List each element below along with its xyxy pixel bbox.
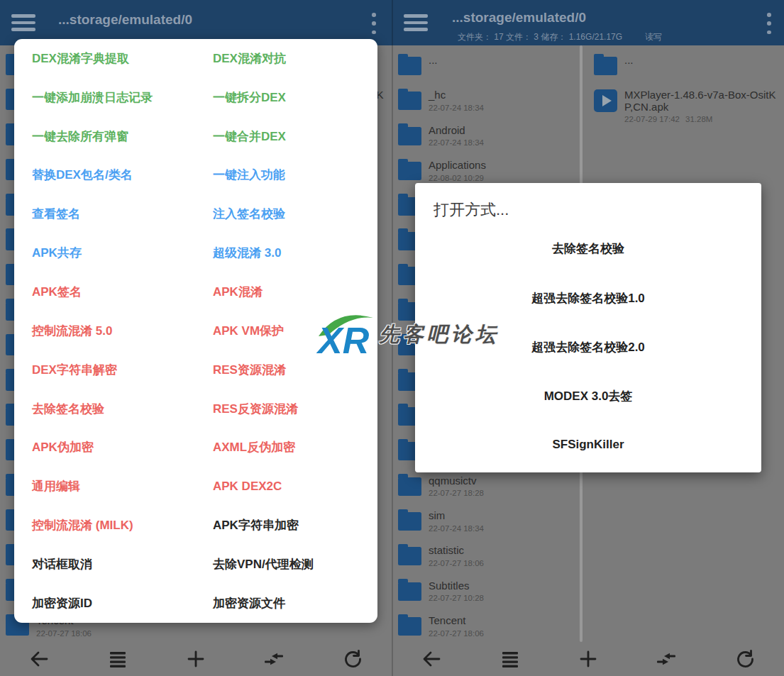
dialog-title: 打开方式... bbox=[434, 199, 509, 221]
right-window-toolbar bbox=[392, 642, 784, 676]
refresh-button[interactable] bbox=[733, 647, 757, 671]
menu-item[interactable]: RES反资源混淆 bbox=[213, 401, 377, 417]
jump-button[interactable] bbox=[654, 647, 678, 671]
overflow-menu-icon[interactable] bbox=[764, 13, 774, 34]
folder-icon bbox=[398, 162, 421, 180]
file-date: 22-07-27 18:06 bbox=[429, 559, 490, 567]
folder-icon bbox=[398, 127, 421, 145]
menu-item[interactable]: 一键去除所有弹窗 bbox=[32, 128, 213, 145]
file-row[interactable]: MXPlayer-1.48.6-v7a-Box-OsitKP,CN.apk 22… bbox=[588, 84, 784, 119]
folder-row[interactable]: Tencent 22-07-27 18:06 bbox=[392, 610, 580, 642]
file-date: 22-07-27 18:06 bbox=[36, 629, 97, 638]
menu-item[interactable]: APK伪加密 bbox=[32, 439, 213, 455]
dir-stats: 文件夹： 17 文件： 3 储存： 1.16G/21.17G读写 bbox=[458, 31, 662, 43]
menu-item[interactable]: 去除VPN/代理检测 bbox=[213, 556, 377, 572]
open-with-dialog: 打开方式... 去除签名校验 超强去除签名校验1.0 超强去除签名校验2.0 M… bbox=[415, 183, 761, 472]
path-title[interactable]: ...storage/emulated/0 bbox=[58, 12, 192, 28]
folder-icon bbox=[398, 57, 421, 75]
file-name: qqmusictv bbox=[429, 475, 490, 487]
menu-item[interactable]: 控制流混淆 (MILK) bbox=[32, 517, 213, 533]
file-date: 22-08-02 10:29 bbox=[429, 174, 490, 182]
file-date: 22-07-24 18:34 bbox=[429, 138, 490, 147]
menu-item[interactable]: APK VM保护 bbox=[213, 323, 377, 339]
menu-item[interactable]: 加密资源ID bbox=[32, 595, 213, 611]
rw-mode-badge: 读写 bbox=[645, 32, 662, 42]
menu-item[interactable]: 加密资源文件 bbox=[213, 595, 377, 611]
menu-item[interactable]: 一键合并DEX bbox=[213, 128, 377, 145]
menu-item[interactable]: 查看签名 bbox=[32, 206, 213, 222]
file-name: Subtitles bbox=[429, 580, 490, 592]
overflow-menu-icon[interactable] bbox=[369, 13, 379, 34]
apk-tools-popup-menu: DEX混淆字典提取 DEX混淆对抗 一键添加崩溃日志记录 一键拆分DEX 一键去… bbox=[14, 39, 377, 623]
open-with-option[interactable]: SFSignKiller bbox=[415, 438, 761, 452]
menu-hamburger-icon[interactable] bbox=[404, 14, 428, 31]
file-name: Android bbox=[429, 125, 490, 137]
menu-hamburger-icon[interactable] bbox=[11, 14, 35, 31]
path-title[interactable]: ...storage/emulated/0 bbox=[452, 10, 586, 26]
menu-item[interactable]: 通用编辑 bbox=[32, 478, 213, 494]
menu-item[interactable]: APK DEX2C bbox=[213, 480, 377, 494]
back-button[interactable] bbox=[419, 647, 443, 671]
file-date: 22-07-24 18:34 bbox=[429, 104, 490, 112]
folder-row[interactable]: Android 22-07-24 18:34 bbox=[392, 120, 580, 155]
open-with-option[interactable]: 去除签名校验 bbox=[415, 240, 761, 257]
folder-row[interactable]: Subtitles 22-07-27 10:28 bbox=[392, 575, 580, 610]
menu-item[interactable]: APK混淆 bbox=[213, 284, 377, 300]
menu-item[interactable]: APK共存 bbox=[32, 245, 213, 261]
folder-icon bbox=[398, 92, 421, 110]
jump-button[interactable] bbox=[262, 647, 286, 671]
file-icon bbox=[594, 57, 617, 75]
menu-item[interactable]: APK字符串加密 bbox=[213, 517, 377, 533]
open-with-option[interactable]: 超强去除签名校验2.0 bbox=[415, 339, 761, 355]
folder-row[interactable]: _hc 22-07-24 18:34 bbox=[392, 84, 580, 119]
menu-item[interactable]: DEX混淆字典提取 bbox=[32, 50, 213, 67]
refresh-button[interactable] bbox=[341, 647, 365, 671]
list-menu-button[interactable] bbox=[498, 647, 522, 671]
menu-item[interactable]: 控制流混淆 5.0 bbox=[32, 323, 213, 339]
menu-item[interactable]: 对话框取消 bbox=[32, 556, 213, 572]
menu-item[interactable]: RES资源混淆 bbox=[213, 362, 377, 378]
menu-item[interactable]: APK签名 bbox=[32, 284, 213, 300]
file-date: 22-07-24 18:34 bbox=[429, 524, 490, 533]
folder-row[interactable]: sim 22-07-24 18:34 bbox=[392, 505, 580, 540]
folder-row[interactable]: statistic 22-07-27 18:06 bbox=[392, 540, 580, 575]
file-name: Tencent bbox=[429, 615, 490, 627]
add-button[interactable] bbox=[576, 647, 600, 671]
file-date: 22-07-29 17:4231.28M bbox=[624, 115, 776, 123]
folder-icon bbox=[398, 547, 421, 565]
file-date bbox=[624, 69, 634, 77]
menu-item[interactable]: AXML反伪加密 bbox=[213, 439, 377, 455]
menu-item[interactable]: 替换DEX包名/类名 bbox=[32, 167, 213, 183]
file-name: sim bbox=[429, 510, 490, 522]
file-name: MXPlayer-1.48.6-v7a-Box-OsitKP,CN.apk bbox=[624, 89, 776, 113]
menu-item[interactable]: 超级混淆 3.0 bbox=[213, 245, 377, 261]
back-button[interactable] bbox=[27, 647, 51, 671]
menu-item[interactable]: 一键添加崩溃日志记录 bbox=[32, 89, 213, 106]
file-date: 22-07-27 18:28 bbox=[429, 489, 490, 497]
folder-row[interactable]: qqmusictv 22-07-27 18:28 bbox=[392, 470, 580, 505]
folder-row[interactable]: ... bbox=[392, 50, 580, 84]
window-divider bbox=[392, 0, 393, 676]
menu-item[interactable]: DEX混淆对抗 bbox=[213, 50, 377, 67]
dir-stats-text: 文件夹： 17 文件： 3 储存： 1.16G/21.17G bbox=[458, 32, 622, 42]
file-name: ... bbox=[429, 55, 438, 67]
folder-icon bbox=[398, 477, 421, 496]
menu-item[interactable]: 注入签名校验 bbox=[213, 206, 377, 222]
file-row[interactable]: ... bbox=[588, 50, 784, 84]
file-date: 22-07-27 18:06 bbox=[429, 629, 490, 638]
open-with-option[interactable]: 超强去除签名校验1.0 bbox=[415, 290, 761, 306]
menu-item[interactable]: DEX字符串解密 bbox=[32, 362, 213, 378]
open-with-option[interactable]: MODEX 3.0去签 bbox=[415, 388, 761, 404]
folder-icon bbox=[398, 617, 421, 636]
menu-item[interactable]: 去除签名校验 bbox=[32, 401, 213, 417]
file-date bbox=[429, 69, 438, 77]
right-window-topbar: ...storage/emulated/0 文件夹： 17 文件： 3 储存： … bbox=[392, 0, 784, 45]
menu-item[interactable]: 一键注入功能 bbox=[213, 167, 377, 183]
folder-icon bbox=[398, 512, 421, 531]
file-name: _hc bbox=[429, 89, 490, 101]
folder-icon bbox=[398, 582, 421, 601]
list-menu-button[interactable] bbox=[106, 647, 130, 671]
add-button[interactable] bbox=[184, 647, 208, 671]
menu-item[interactable]: 一键拆分DEX bbox=[213, 89, 377, 106]
file-name: statistic bbox=[429, 545, 490, 557]
